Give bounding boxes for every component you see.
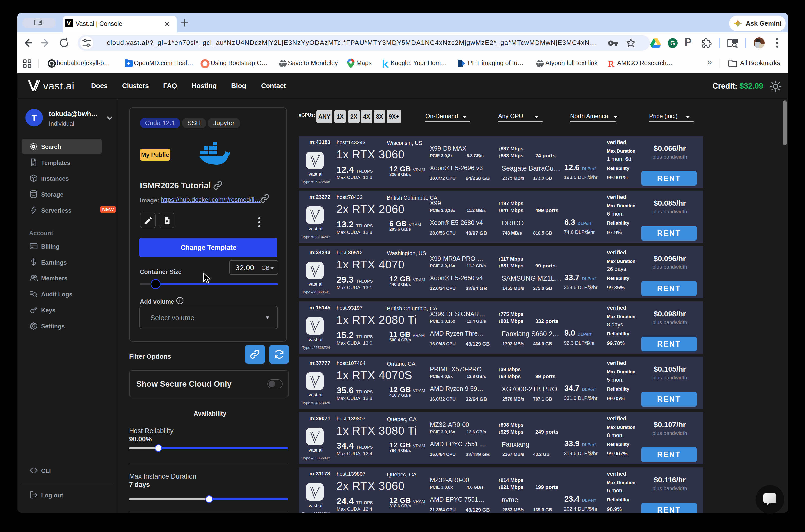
svg-text:G: G: [670, 39, 675, 47]
svg-text:R: R: [608, 59, 614, 68]
